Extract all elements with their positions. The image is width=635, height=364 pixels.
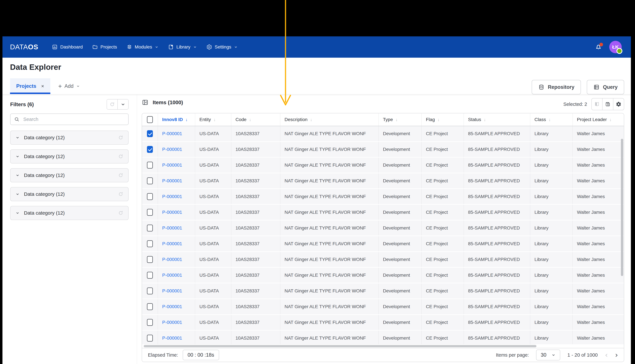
row-cell: 10AS28337 <box>231 126 280 141</box>
row-id-link[interactable]: P-000001 <box>158 284 195 298</box>
refresh-icon[interactable] <box>118 173 123 178</box>
vertical-scrollbar-thumb[interactable] <box>621 139 623 276</box>
filters-refresh-button[interactable] <box>107 100 117 109</box>
next-page-button[interactable]: › <box>615 352 618 358</box>
content-area: Filters (6) Data category (12)Data categ… <box>3 94 631 364</box>
select-all-checkbox[interactable] <box>147 116 153 123</box>
row-cell: 85-SAMPLE APPROVED <box>464 205 530 220</box>
row-cell: 85-SAMPLE APPROVED <box>464 268 530 283</box>
row-id-link[interactable]: P-000001 <box>158 189 195 204</box>
column-header-description[interactable]: Description↓ <box>280 113 379 126</box>
query-button[interactable]: Query <box>587 80 624 94</box>
nav-item-label: Projects <box>100 44 117 50</box>
collapse-panel-icon[interactable] <box>142 99 148 106</box>
row-cell: 85-SAMPLE APPROVED <box>464 126 530 141</box>
row-select-cell <box>142 220 158 236</box>
nav-item-dashboard[interactable]: Dashboard <box>52 44 83 50</box>
refresh-icon[interactable] <box>118 135 123 140</box>
repository-button[interactable]: Repository <box>532 80 581 94</box>
row-id-link[interactable]: P-000001 <box>158 299 195 314</box>
row-id-link[interactable]: P-000001 <box>158 252 195 267</box>
sort-arrow-icon: ↓ <box>549 117 551 122</box>
refresh-icon[interactable] <box>118 192 123 197</box>
column-header-class[interactable]: Class↓ <box>530 113 573 126</box>
nav-item-modules[interactable]: Modules <box>127 44 159 50</box>
row-checkbox[interactable] <box>147 272 153 279</box>
filters-collapse-button[interactable] <box>117 100 128 109</box>
row-checkbox[interactable] <box>147 178 153 184</box>
row-checkbox[interactable] <box>147 303 153 310</box>
column-header-innov8-id[interactable]: Innov8 ID↓ <box>158 113 195 126</box>
column-header-entity[interactable]: Entity↓ <box>195 113 231 126</box>
filter-accordion-3[interactable]: Data category (12) <box>10 168 129 182</box>
row-id-link[interactable]: P-000001 <box>158 236 195 251</box>
prev-page-button[interactable]: ‹ <box>605 352 608 358</box>
filter-accordion-1[interactable]: Data category (12) <box>10 130 129 145</box>
tab-projects[interactable]: Projects × <box>10 78 50 94</box>
table-settings-button[interactable] <box>613 98 624 110</box>
row-id-link[interactable]: P-000001 <box>158 330 195 344</box>
chevron-down-icon <box>120 102 126 107</box>
column-header-code[interactable]: Code↓ <box>231 113 280 126</box>
row-cell: NAT Ginger ALE TYPE FLAVOR WONF <box>280 142 379 157</box>
refresh-icon[interactable] <box>118 210 123 216</box>
row-id-link[interactable]: P-000001 <box>158 126 195 141</box>
row-id-link[interactable]: P-000001 <box>158 173 195 188</box>
row-checkbox[interactable] <box>147 224 153 232</box>
items-per-page-select[interactable]: 30 <box>536 350 560 360</box>
column-label: Innov8 ID <box>162 117 183 122</box>
flip-view-button[interactable] <box>592 98 602 110</box>
avatar[interactable]: ŁK <box>609 41 622 53</box>
column-header-project-leader[interactable]: Project Leader↓ <box>573 113 624 126</box>
row-cell: Library <box>530 299 573 314</box>
table-row: P-000001US-DATA10AS28337NAT Ginger ALE T… <box>142 315 624 330</box>
column-header-status[interactable]: Status↓ <box>464 113 530 126</box>
save-view-button[interactable] <box>602 98 613 110</box>
nav-item-projects[interactable]: Projects <box>92 44 117 50</box>
sort-arrow-icon: ↓ <box>213 117 216 122</box>
row-checkbox[interactable] <box>147 130 153 137</box>
row-cell: Library <box>530 158 573 173</box>
nav-item-settings[interactable]: Settings <box>206 44 238 50</box>
tab-projects-label: Projects <box>16 83 36 89</box>
gear-icon <box>206 44 212 50</box>
tab-close-icon[interactable]: × <box>41 84 44 89</box>
dataos-logo[interactable]: DATAOS <box>10 43 38 51</box>
row-checkbox[interactable] <box>147 288 153 294</box>
row-id-link[interactable]: P-000001 <box>158 315 195 330</box>
row-cell: US-DATA <box>195 126 231 141</box>
row-checkbox[interactable] <box>147 335 153 342</box>
filter-accordion-5[interactable]: Data category (12) <box>10 206 129 220</box>
row-checkbox[interactable] <box>147 162 153 168</box>
horizontal-scrollbar-thumb[interactable] <box>144 345 536 347</box>
row-cell: NAT Ginger ALE TYPE FLAVOR WONF <box>280 268 379 283</box>
row-checkbox[interactable] <box>147 209 153 216</box>
row-cell: US-DATA <box>195 330 231 344</box>
table-row: P-000001US-DATA10AS28337NAT Ginger ALE T… <box>142 268 624 283</box>
row-checkbox[interactable] <box>147 319 153 326</box>
column-header-type[interactable]: Type↓ <box>379 113 422 126</box>
row-checkbox[interactable] <box>147 256 153 263</box>
row-cell: NAT Ginger ALE TYPE FLAVOR WONF <box>280 173 379 188</box>
row-id-link[interactable]: P-000001 <box>158 158 195 173</box>
row-id-link[interactable]: P-000001 <box>158 220 195 236</box>
table-row: P-000001US-DATA10AS28337NAT Ginger ALE T… <box>142 126 624 141</box>
notifications-bell-icon[interactable] <box>595 44 602 50</box>
search-input[interactable] <box>23 116 125 122</box>
items-panel: Items (1000) Selected: 2 Innov8 ID↓Entit… <box>137 94 631 364</box>
row-checkbox[interactable] <box>147 240 153 247</box>
row-id-link[interactable]: P-000001 <box>158 142 195 157</box>
row-cell: Library <box>530 268 573 283</box>
nav-item-library[interactable]: Library <box>168 44 197 50</box>
refresh-icon[interactable] <box>118 154 123 159</box>
row-cell: Library <box>530 330 573 344</box>
filter-search <box>10 114 129 125</box>
filter-accordion-4[interactable]: Data category (12) <box>10 187 129 201</box>
filter-accordion-2[interactable]: Data category (12) <box>10 150 129 164</box>
row-id-link[interactable]: P-000001 <box>158 268 195 283</box>
column-header-flag[interactable]: Flag↓ <box>422 113 464 126</box>
row-checkbox[interactable] <box>147 193 153 200</box>
row-id-link[interactable]: P-000001 <box>158 205 195 220</box>
row-checkbox[interactable] <box>147 146 153 153</box>
add-tab-button[interactable]: + Add <box>58 78 80 94</box>
